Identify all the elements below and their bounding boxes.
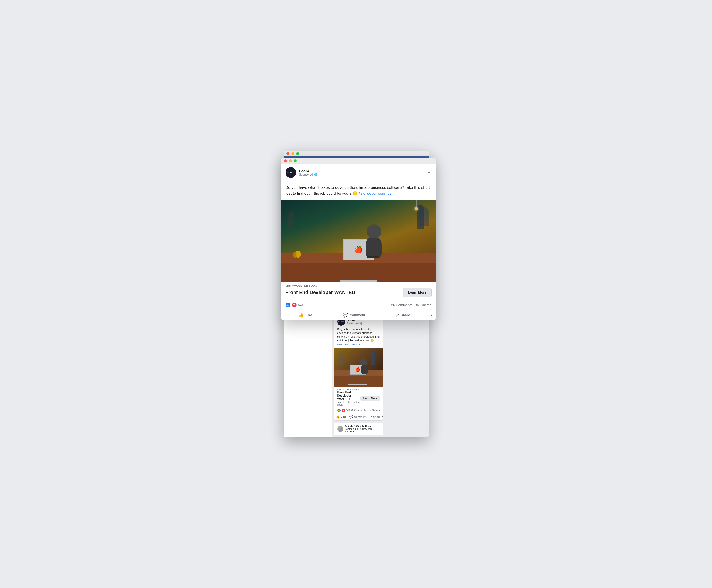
rp-share-icon: ↗: [395, 313, 399, 318]
notif-avatar: [337, 426, 343, 432]
comment-icon: 💬: [349, 415, 353, 419]
like-label: Like: [341, 415, 346, 418]
comment-label: Comment: [354, 415, 367, 418]
share-icon: ↗: [369, 415, 372, 419]
ad-hashtag: #skillsoverresumes: [337, 343, 360, 345]
rp-like-icon: 👍: [299, 313, 304, 318]
minimize-btn[interactable]: [289, 160, 292, 162]
rp-site: APPLY.TOGGL.HIRE.COM: [285, 285, 432, 288]
stats-left: 👍 ❤ 541: [337, 409, 350, 412]
rp-like-button[interactable]: 👍 Like: [281, 310, 330, 320]
like-icon: 👍: [336, 415, 340, 419]
ad-sponsored: Sponsored 🌐: [347, 322, 375, 325]
rp-company-name: Scoro: [299, 169, 425, 173]
ad-stats-row: 👍 ❤ 541 26 Comments 87 Shares: [335, 408, 383, 413]
rp-ad-text: Do you have what it takes to develop the…: [281, 182, 436, 200]
rp-like-label: Like: [305, 313, 312, 317]
like-reaction-small: 👍: [337, 409, 341, 412]
rp-love-badge: ❤: [292, 302, 297, 308]
rp-header: scoro Scoro Sponsored 🌐 ···: [281, 164, 436, 182]
maximize-btn[interactable]: [294, 160, 297, 162]
ad-bottom: APPLY.TOGGL.HIRE.COM Front End Developer…: [335, 387, 383, 408]
scoro-logo-text: scoro: [287, 171, 294, 174]
rp-learn-more-button[interactable]: Learn More: [403, 288, 431, 297]
rp-share-button[interactable]: ↗ Share: [379, 310, 427, 320]
rp-sponsored: Sponsored 🌐: [299, 173, 425, 176]
stats-right: 26 Comments 87 Shares: [351, 409, 380, 412]
scoro-logo-text: scoro: [339, 321, 344, 323]
close-button[interactable]: [286, 152, 289, 155]
rp-comment-button[interactable]: 💬 Comment: [330, 310, 379, 320]
rp-actions: 👍 Like 💬 Comment ↗ Share ▾: [281, 310, 436, 320]
ad-more-button[interactable]: ···: [377, 320, 380, 323]
rp-hashtag: #skillsoverresumes: [359, 191, 391, 195]
rp-ad-bottom: APPLY.TOGGL.HIRE.COM Front End Developer…: [281, 282, 436, 300]
rp-stats-left: 👍 ❤ 541: [285, 302, 304, 308]
globe-icon: 🌐: [359, 322, 362, 325]
rp-meta: Scoro Sponsored 🌐: [299, 169, 425, 176]
notification-bar[interactable]: Belinda DiGiambattista created a poll in…: [335, 423, 383, 435]
ad-image: 🍎: [335, 348, 383, 387]
rp-right-stats: 26 Comments 87 Shares: [391, 303, 432, 307]
share-label: Share: [373, 415, 381, 418]
learn-more-button[interactable]: Learn More: [361, 396, 380, 401]
window-titlebar: [284, 151, 429, 156]
ad-actions: 👍 Like 💬 Comment ↗ Share ▾: [335, 413, 383, 420]
rp-comment-icon: 💬: [343, 313, 348, 318]
rp-scoro-logo: scoro: [285, 167, 296, 178]
rp-more-button[interactable]: ···: [428, 170, 431, 175]
globe-icon: 🌐: [314, 173, 318, 176]
ad-share-button[interactable]: ↗ Share: [368, 413, 382, 420]
notification-text: Belinda DiGiambattista created a poll in…: [345, 425, 376, 433]
maximize-button[interactable]: [296, 152, 299, 155]
ad-description: Take the skills test to apply: [337, 401, 361, 406]
ad-post-small: scoro Scoro Sponsored 🌐 ··· Do you hav: [335, 316, 383, 420]
ad-title-row: Front End Developer WANTED Take the skil…: [337, 391, 380, 406]
caret-down-icon: ▾: [382, 415, 383, 418]
rp-like-badge: 👍: [285, 302, 290, 308]
dropdown-button[interactable]: ▾: [382, 413, 383, 420]
ad-like-button[interactable]: 👍 Like: [335, 413, 348, 420]
notification-more-icon[interactable]: ···: [377, 427, 380, 430]
rp-share-label: Share: [401, 313, 410, 317]
large-card-panel: scoro Scoro Sponsored 🌐 ··· Do you have …: [281, 158, 436, 320]
ad-text: Do you have what it takes to develop the…: [335, 328, 383, 348]
rp-stats: 👍 ❤ 541 26 Comments 87 Shares: [281, 300, 436, 310]
love-reaction-small: ❤: [342, 409, 345, 412]
caret-down-icon: ▾: [431, 313, 432, 317]
ad-site: APPLY.TOGGL.HIRE.COM: [337, 388, 380, 391]
rp-title: Front End Developer WANTED: [285, 290, 355, 295]
ad-comment-button[interactable]: 💬 Comment: [348, 413, 368, 420]
stats-count: 541: [346, 409, 350, 412]
rp-dropdown-button[interactable]: ▾: [427, 310, 436, 320]
minimize-button[interactable]: [291, 152, 294, 155]
rp-ad-image: 🍎: [281, 200, 436, 282]
large-card-titlebar: [281, 158, 436, 164]
rp-comment-label: Comment: [350, 313, 365, 317]
close-btn[interactable]: [284, 160, 287, 162]
rp-count: 541: [298, 303, 304, 307]
ad-title: Front End Developer WANTED: [337, 391, 361, 401]
rp-title-row: Front End Developer WANTED Learn More: [285, 288, 432, 297]
